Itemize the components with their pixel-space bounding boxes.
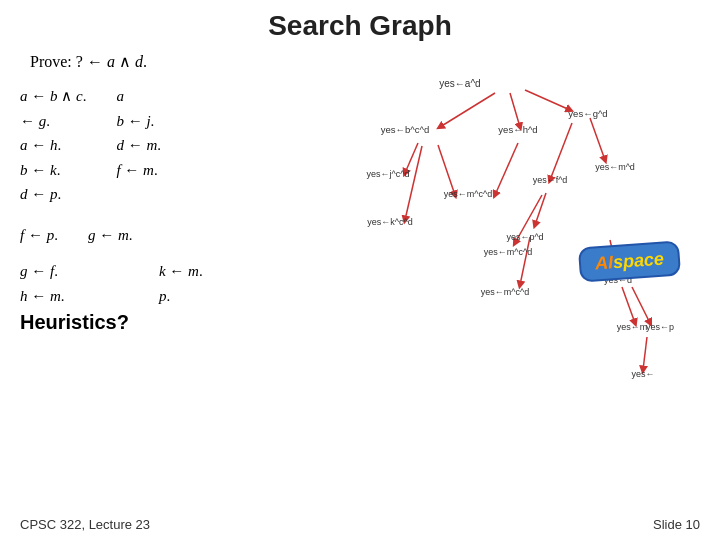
aispace-logo: AIspace xyxy=(578,241,681,283)
prove-text: Prove: ? ← a ∧ d. xyxy=(30,53,147,70)
rules-col-2: a b ← j. d ← m. f ← m. xyxy=(116,85,161,206)
node-yes-acd: yes←a^d xyxy=(439,78,480,89)
node-yes-mcd: yes←m^c^d xyxy=(444,189,492,199)
node-yes-gd: yes←g^d xyxy=(568,108,607,119)
rule-1: a ← b ∧ c. xyxy=(20,85,86,108)
svg-line-1 xyxy=(510,93,520,127)
node-yes-jcd: yes←j^c^d xyxy=(367,169,410,179)
rule-4: b ← k. xyxy=(20,159,86,182)
svg-line-2 xyxy=(525,90,570,110)
node-yes-m: yes←m xyxy=(617,322,648,332)
svg-line-8 xyxy=(590,118,605,160)
bottom-section: g ← f. h ← m. Heuristics? k ← m. p. xyxy=(20,260,310,334)
node-yes-hd: yes←h^d xyxy=(498,124,537,135)
svg-line-13 xyxy=(622,287,635,323)
svg-line-7 xyxy=(550,123,572,180)
bottom-left: g ← f. h ← m. Heuristics? xyxy=(20,260,129,334)
rules-col-3: f ← p. xyxy=(20,224,58,247)
rule-15: p. xyxy=(159,285,203,308)
rule-2: ← g. xyxy=(20,110,86,133)
heuristics-label: Heuristics? xyxy=(20,311,129,334)
rules-col-1: a ← b ∧ c. ← g. a ← h. b ← k. d ← p. xyxy=(20,85,86,206)
page-title: Search Graph xyxy=(20,10,700,42)
node-yes-mcd2: yes←m^c^d xyxy=(484,247,532,257)
rule-14: k ← m. xyxy=(159,260,203,283)
right-column: yes←a^d yes←b^c^d yes←h^d yes←g^d yes←j^… xyxy=(310,85,700,334)
node-yes-kcd: yes←k^c^d xyxy=(367,217,412,227)
rule-3: a ← h. xyxy=(20,134,86,157)
node-yes-fd: yes←f^d xyxy=(533,175,568,185)
footer-bar: CPSC 322, Lecture 23 Slide 10 xyxy=(0,517,720,532)
rule-11: g ← m. xyxy=(88,224,133,247)
rule-9: f ← m. xyxy=(116,159,161,182)
course-label: CPSC 322, Lecture 23 xyxy=(20,517,150,532)
slide-label: Slide 10 xyxy=(653,517,700,532)
node-yes-bcd: yes←b^c^d xyxy=(381,124,430,135)
aispace-space: space xyxy=(612,249,664,273)
rule-8: d ← m. xyxy=(116,134,161,157)
rules-col-4: g ← m. xyxy=(88,224,133,247)
svg-line-4 xyxy=(438,145,455,195)
node-yes-md: yes←m^d xyxy=(595,162,635,172)
node-yes-pd: yes←p^d xyxy=(506,232,543,242)
left-column: a ← b ∧ c. ← g. a ← h. b ← k. d ← p. a b… xyxy=(20,85,310,334)
rule-7: b ← j. xyxy=(116,110,161,133)
rules-block-2: f ← p. g ← m. xyxy=(20,224,310,247)
svg-line-5 xyxy=(405,146,422,220)
bottom-right: k ← m. p. xyxy=(159,260,203,334)
rule-5: d ← p. xyxy=(20,183,86,206)
svg-line-11 xyxy=(520,237,530,285)
aispace-ai: AI xyxy=(594,252,613,273)
rule-10: f ← p. xyxy=(20,224,58,247)
page: Search Graph Prove: ? ← a ∧ d. a ← b ∧ c… xyxy=(0,0,720,540)
svg-line-15 xyxy=(643,337,647,370)
svg-line-0 xyxy=(440,93,495,127)
rules-block-1: a ← b ∧ c. ← g. a ← h. b ← k. d ← p. a b… xyxy=(20,85,310,206)
rule-13: h ← m. xyxy=(20,285,129,308)
rule-12: g ← f. xyxy=(20,260,129,283)
content-area: a ← b ∧ c. ← g. a ← h. b ← k. d ← p. a b… xyxy=(20,85,700,334)
svg-line-14 xyxy=(632,287,650,323)
rule-6: a xyxy=(116,85,161,108)
node-yes-p: yes←p xyxy=(646,322,674,332)
svg-line-6 xyxy=(495,143,518,195)
node-yes-mcd3: yes←m^c^d xyxy=(481,287,529,297)
node-yes-empty: yes← xyxy=(631,369,654,379)
